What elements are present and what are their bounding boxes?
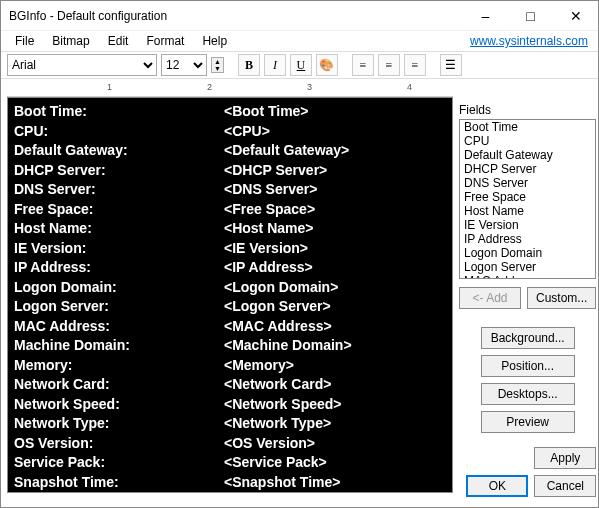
field-value: <Default Gateway> [224, 141, 349, 161]
sysinternals-link[interactable]: www.sysinternals.com [470, 34, 588, 48]
editor-row: DNS Server:<DNS Server> [14, 180, 446, 200]
ruler[interactable]: 1 2 3 4 [7, 79, 453, 97]
editor-row: Service Pack:<Service Pack> [14, 453, 446, 473]
menu-file[interactable]: File [7, 32, 42, 50]
position-button[interactable]: Position... [481, 355, 575, 377]
editor-row: Snapshot Time:<Snapshot Time> [14, 473, 446, 493]
editor-row: Machine Domain:<Machine Domain> [14, 336, 446, 356]
underline-button[interactable]: U [290, 54, 312, 76]
editor-row: MAC Address:<MAC Address> [14, 317, 446, 337]
field-value: <Network Type> [224, 414, 331, 434]
field-value: <Network Speed> [224, 395, 342, 415]
field-value: <IP Address> [224, 258, 313, 278]
align-center-button[interactable]: ≡ [378, 54, 400, 76]
field-label: CPU: [14, 122, 224, 142]
list-item[interactable]: MAC Address [460, 274, 595, 279]
list-item[interactable]: Host Name [460, 204, 595, 218]
menu-bitmap[interactable]: Bitmap [44, 32, 97, 50]
field-label: Boot Time: [14, 102, 224, 122]
bullets-button[interactable]: ☰ [440, 54, 462, 76]
menu-edit[interactable]: Edit [100, 32, 137, 50]
chevron-down-icon: ▼ [212, 65, 223, 72]
size-stepper[interactable]: ▲▼ [211, 57, 224, 73]
editor-row: Network Type:<Network Type> [14, 414, 446, 434]
side-panel: Fields Boot TimeCPUDefault GatewayDHCP S… [453, 97, 599, 503]
apply-button[interactable]: Apply [534, 447, 596, 469]
add-button[interactable]: <- Add [459, 287, 521, 309]
maximize-button[interactable]: □ [508, 1, 553, 31]
field-label: Default Gateway: [14, 141, 224, 161]
formatting-toolbar: Arial 12 ▲▼ B I U 🎨 ≡ ≡ ≡ ☰ [1, 51, 598, 79]
field-value: <CPU> [224, 122, 270, 142]
field-label: DNS Server: [14, 180, 224, 200]
list-item[interactable]: Logon Server [460, 260, 595, 274]
list-item[interactable]: DNS Server [460, 176, 595, 190]
field-label: Logon Server: [14, 297, 224, 317]
list-item[interactable]: IE Version [460, 218, 595, 232]
field-label: Free Space: [14, 200, 224, 220]
field-value: <OS Version> [224, 434, 315, 454]
field-value: <Memory> [224, 356, 294, 376]
align-right-button[interactable]: ≡ [404, 54, 426, 76]
minimize-button[interactable]: – [463, 1, 508, 31]
field-value: <Service Pack> [224, 453, 327, 473]
editor-row: Logon Domain:<Logon Domain> [14, 278, 446, 298]
menubar: File Bitmap Edit Format Help www.sysinte… [1, 31, 598, 51]
field-label: Network Card: [14, 375, 224, 395]
bold-button[interactable]: B [238, 54, 260, 76]
editor-row: Network Speed:<Network Speed> [14, 395, 446, 415]
font-size-select[interactable]: 12 [161, 54, 207, 76]
fields-listbox[interactable]: Boot TimeCPUDefault GatewayDHCP ServerDN… [459, 119, 596, 279]
editor-row: Network Card:<Network Card> [14, 375, 446, 395]
field-value: <DHCP Server> [224, 161, 327, 181]
field-label: Snapshot Time: [14, 473, 224, 493]
preview-button[interactable]: Preview [481, 411, 575, 433]
field-label: DHCP Server: [14, 161, 224, 181]
list-item[interactable]: Logon Domain [460, 246, 595, 260]
background-button[interactable]: Background... [481, 327, 575, 349]
italic-button[interactable]: I [264, 54, 286, 76]
color-button[interactable]: 🎨 [316, 54, 338, 76]
editor-row: OS Version:<OS Version> [14, 434, 446, 454]
editor-row: DHCP Server:<DHCP Server> [14, 161, 446, 181]
align-left-button[interactable]: ≡ [352, 54, 374, 76]
list-item[interactable]: Default Gateway [460, 148, 595, 162]
list-item[interactable]: Free Space [460, 190, 595, 204]
list-item[interactable]: IP Address [460, 232, 595, 246]
field-value: <MAC Address> [224, 317, 332, 337]
editor-row: Default Gateway:<Default Gateway> [14, 141, 446, 161]
ok-button[interactable]: OK [466, 475, 528, 497]
editor-row: Memory:<Memory> [14, 356, 446, 376]
align-center-icon: ≡ [386, 58, 393, 73]
field-value: <Logon Server> [224, 297, 331, 317]
field-label: Memory: [14, 356, 224, 376]
list-item[interactable]: DHCP Server [460, 162, 595, 176]
cancel-button[interactable]: Cancel [534, 475, 596, 497]
field-value: <Network Card> [224, 375, 331, 395]
field-value: <DNS Server> [224, 180, 317, 200]
editor-area[interactable]: Boot Time:<Boot Time>CPU:<CPU>Default Ga… [7, 97, 453, 493]
desktops-button[interactable]: Desktops... [481, 383, 575, 405]
window-title: BGInfo - Default configuration [9, 9, 463, 23]
field-value: <Logon Domain> [224, 278, 338, 298]
list-icon: ☰ [445, 58, 456, 73]
editor-row: IP Address:<IP Address> [14, 258, 446, 278]
field-label: Host Name: [14, 219, 224, 239]
editor-row: IE Version:<IE Version> [14, 239, 446, 259]
menu-help[interactable]: Help [194, 32, 235, 50]
editor-row: Free Space:<Free Space> [14, 200, 446, 220]
field-label: OS Version: [14, 434, 224, 454]
font-select[interactable]: Arial [7, 54, 157, 76]
custom-button[interactable]: Custom... [527, 287, 596, 309]
list-item[interactable]: CPU [460, 134, 595, 148]
field-label: IP Address: [14, 258, 224, 278]
field-value: <Subnet Mask> [224, 492, 327, 493]
close-button[interactable]: ✕ [553, 1, 598, 31]
field-value: <Machine Domain> [224, 336, 352, 356]
editor-row: Host Name:<Host Name> [14, 219, 446, 239]
menu-format[interactable]: Format [138, 32, 192, 50]
field-value: <Boot Time> [224, 102, 309, 122]
editor-row: CPU:<CPU> [14, 122, 446, 142]
field-value: <Host Name> [224, 219, 313, 239]
list-item[interactable]: Boot Time [460, 120, 595, 134]
